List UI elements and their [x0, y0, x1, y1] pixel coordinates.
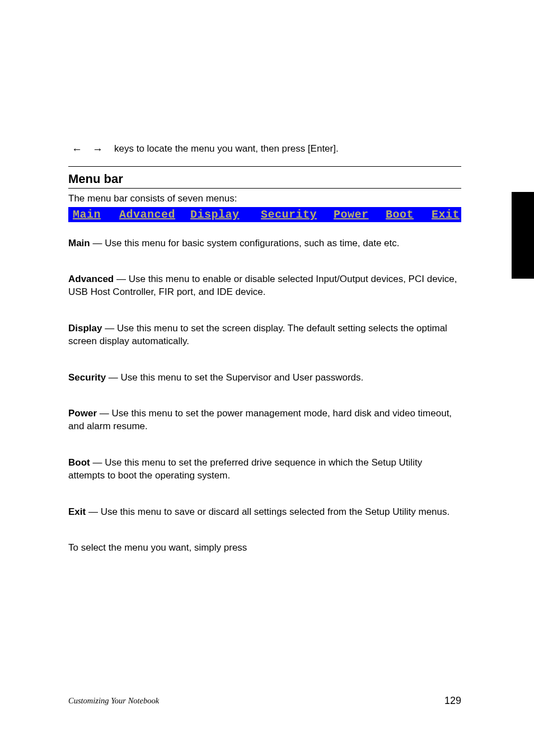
menu-item-power: Power — Use this menu to set the power m…: [68, 407, 460, 433]
menu-name: Main: [68, 238, 90, 248]
arrow-left-icon: ←: [72, 143, 82, 155]
menu-item-exit: Exit — Use this menu to save or discard …: [68, 506, 460, 519]
menu-desc: Use this menu to save or discard all set…: [101, 506, 450, 517]
menu-desc: Use this menu to set the power managemen…: [68, 408, 452, 431]
menu-item-advanced: Advanced — Use this menu to enable or di…: [68, 273, 460, 299]
menu-name: Boot: [68, 457, 90, 468]
separator-top: [68, 166, 461, 167]
menu-item-boot: Boot — Use this menu to set the preferre…: [68, 457, 460, 482]
menu-desc: Use this menu to set the screen display.…: [68, 323, 447, 346]
arrow-icons: ←→: [72, 143, 103, 156]
closing-text: To select the menu you want, simply pres…: [68, 542, 460, 555]
bios-tab-boot[interactable]: Boot: [386, 207, 414, 222]
menu-item-main: Main — Use this menu for basic system co…: [68, 237, 460, 250]
arrow-right-icon: →: [92, 143, 103, 155]
menu-name: Security: [68, 372, 106, 383]
separator-under-heading: [68, 188, 461, 189]
bios-tab-exit[interactable]: Exit: [432, 207, 460, 222]
footer-page-number: 129: [444, 695, 461, 707]
menu-item-security: Security — Use this menu to set the Supe…: [68, 372, 460, 384]
footer-chapter-title: Customizing Your Notebook: [68, 696, 159, 706]
menu-name: Power: [68, 408, 97, 419]
menu-desc: Use this menu to enable or disable selec…: [68, 274, 457, 297]
menu-desc: Use this menu to set the preferred drive…: [68, 457, 422, 481]
section-heading: Menu bar: [68, 172, 123, 186]
bios-tab-advanced[interactable]: Advanced: [119, 207, 175, 222]
bios-tab-display[interactable]: Display: [190, 207, 240, 222]
menu-item-display: Display — Use this menu to set the scree…: [68, 322, 460, 348]
menu-name: Exit: [68, 506, 86, 517]
menu-desc: Use this menu to set the Supervisor and …: [121, 372, 364, 383]
bios-tab-security[interactable]: Security: [261, 207, 317, 222]
intro-text: The menu bar consists of seven menus:: [68, 192, 460, 205]
bios-menu-bar: Main Advanced Display Security Power Boo…: [68, 207, 461, 222]
menu-desc: Use this menu for basic system configura…: [105, 238, 399, 248]
chapter-index-tab: [512, 192, 534, 279]
bios-tab-main[interactable]: Main: [73, 207, 101, 222]
bios-tab-power[interactable]: Power: [334, 207, 369, 222]
menu-name: Display: [68, 323, 102, 334]
page-root: ←→ keys to locate the menu you want, the…: [0, 0, 534, 756]
menu-name: Advanced: [68, 274, 114, 284]
nav-instruction: keys to locate the menu you want, then p…: [114, 143, 461, 156]
